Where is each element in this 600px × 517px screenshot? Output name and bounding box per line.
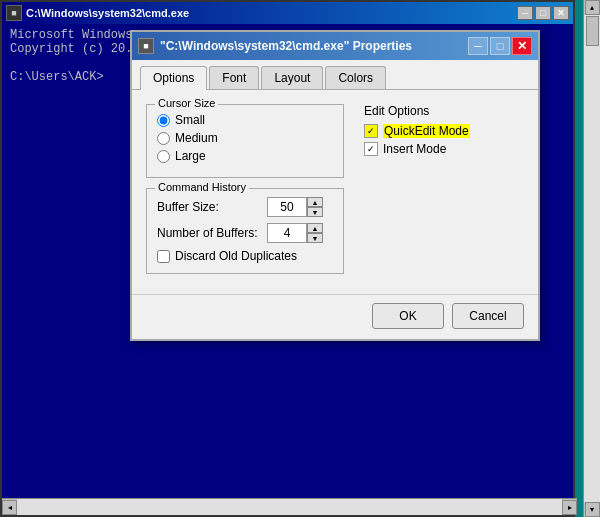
- quickedit-label: QuickEdit Mode: [383, 124, 470, 138]
- num-buffers-down[interactable]: ▼: [307, 233, 323, 243]
- quickedit-row[interactable]: ✓ QuickEdit Mode: [364, 124, 524, 138]
- scroll-left-btn[interactable]: ◂: [2, 500, 17, 515]
- radio-small-input[interactable]: [157, 114, 170, 127]
- tab-font[interactable]: Font: [209, 66, 259, 89]
- buffer-size-label: Buffer Size:: [157, 200, 267, 214]
- tab-options[interactable]: Options: [140, 66, 207, 90]
- num-buffers-label: Number of Buffers:: [157, 226, 267, 240]
- buffer-size-row: Buffer Size: ▲ ▼: [157, 197, 333, 217]
- radio-small[interactable]: Small: [157, 113, 333, 127]
- cmd-icon: ■: [6, 5, 22, 21]
- scroll-down-btn[interactable]: ▾: [585, 502, 600, 517]
- cursor-size-label: Cursor Size: [155, 97, 218, 109]
- buffer-size-down[interactable]: ▼: [307, 207, 323, 217]
- cmd-minimize[interactable]: ─: [517, 6, 533, 20]
- ok-button[interactable]: OK: [372, 303, 444, 329]
- dialog-title: "C:\Windows\system32\cmd.exe" Properties: [160, 39, 412, 53]
- insert-row[interactable]: ✓ Insert Mode: [364, 142, 524, 156]
- num-buffers-input[interactable]: [267, 223, 307, 243]
- num-buffers-row: Number of Buffers: ▲ ▼: [157, 223, 333, 243]
- discard-duplicates-checkbox[interactable]: [157, 250, 170, 263]
- radio-large-input[interactable]: [157, 150, 170, 163]
- cmd-controls: ─ □ ✕: [517, 6, 569, 20]
- properties-dialog: ■ "C:\Windows\system32\cmd.exe" Properti…: [130, 30, 540, 341]
- radio-medium-label: Medium: [175, 131, 218, 145]
- discard-duplicates-label: Discard Old Duplicates: [175, 249, 297, 263]
- scroll-right-btn[interactable]: ▸: [562, 500, 577, 515]
- buffer-size-spinner: ▲ ▼: [267, 197, 323, 217]
- dialog-footer: OK Cancel: [132, 294, 538, 339]
- right-column: Edit Options ✓ QuickEdit Mode ✓ Insert M…: [364, 104, 524, 284]
- radio-small-label: Small: [175, 113, 205, 127]
- command-history-group: Command History Buffer Size: ▲ ▼ Number: [146, 188, 344, 274]
- scroll-thumb: [586, 16, 599, 46]
- dialog-controls: ─ □ ✕: [468, 37, 532, 55]
- radio-large-label: Large: [175, 149, 206, 163]
- scroll-track-h: [17, 499, 562, 515]
- tabs-bar: Options Font Layout Colors: [132, 60, 538, 90]
- horizontal-scrollbar[interactable]: ◂ ▸: [2, 498, 577, 515]
- dialog-close[interactable]: ✕: [512, 37, 532, 55]
- tab-layout[interactable]: Layout: [261, 66, 323, 89]
- dialog-minimize[interactable]: ─: [468, 37, 488, 55]
- dialog-maximize[interactable]: □: [490, 37, 510, 55]
- num-buffers-spinner: ▲ ▼: [267, 223, 323, 243]
- scroll-track-v: [584, 15, 600, 502]
- radio-medium[interactable]: Medium: [157, 131, 333, 145]
- dialog-titlebar: ■ "C:\Windows\system32\cmd.exe" Properti…: [132, 32, 538, 60]
- left-column: Cursor Size Small Medium Large: [146, 104, 344, 284]
- radio-large[interactable]: Large: [157, 149, 333, 163]
- tab-colors[interactable]: Colors: [325, 66, 386, 89]
- buffer-size-input[interactable]: [267, 197, 307, 217]
- buffer-size-up[interactable]: ▲: [307, 197, 323, 207]
- cmd-title: C:\Windows\system32\cmd.exe: [26, 7, 189, 19]
- cancel-button[interactable]: Cancel: [452, 303, 524, 329]
- buffer-size-btns: ▲ ▼: [307, 197, 323, 217]
- cursor-size-group: Cursor Size Small Medium Large: [146, 104, 344, 178]
- discard-duplicates-row[interactable]: Discard Old Duplicates: [157, 249, 333, 263]
- cmd-titlebar: ■ C:\Windows\system32\cmd.exe ─ □ ✕: [2, 2, 573, 24]
- edit-options-label: Edit Options: [364, 104, 524, 118]
- insert-label: Insert Mode: [383, 142, 446, 156]
- dialog-content: Cursor Size Small Medium Large: [132, 90, 538, 294]
- dialog-icon: ■: [138, 38, 154, 54]
- quickedit-checkbox[interactable]: ✓: [364, 124, 378, 138]
- insert-checkbox[interactable]: ✓: [364, 142, 378, 156]
- vertical-scrollbar[interactable]: ▴ ▾: [583, 0, 600, 517]
- cmd-maximize[interactable]: □: [535, 6, 551, 20]
- content-row: Cursor Size Small Medium Large: [146, 104, 524, 284]
- radio-medium-input[interactable]: [157, 132, 170, 145]
- scroll-up-btn[interactable]: ▴: [585, 0, 600, 15]
- cmd-close[interactable]: ✕: [553, 6, 569, 20]
- command-history-label: Command History: [155, 181, 249, 193]
- num-buffers-up[interactable]: ▲: [307, 223, 323, 233]
- num-buffers-btns: ▲ ▼: [307, 223, 323, 243]
